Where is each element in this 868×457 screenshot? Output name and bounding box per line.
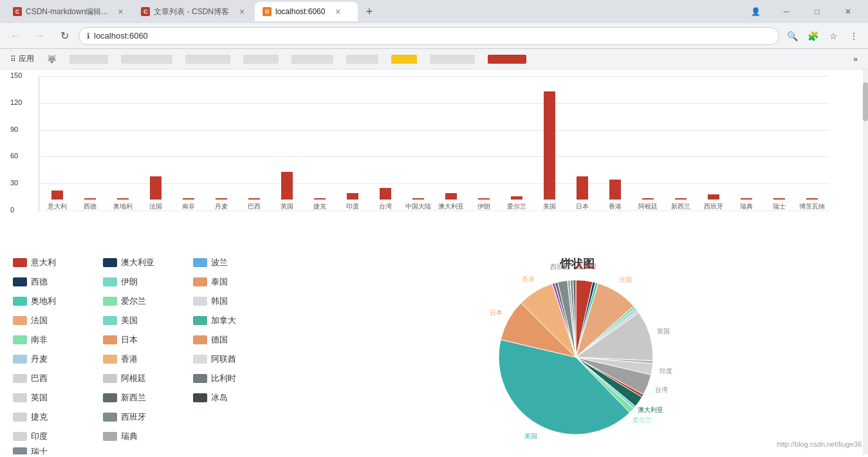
bar-英国 <box>281 172 293 200</box>
legend-label: 巴西 <box>31 373 48 384</box>
tab-close-localhost[interactable]: × <box>333 6 343 17</box>
legend-item: 南非 <box>13 330 103 350</box>
scrollbar[interactable] <box>863 70 868 454</box>
legend-color-box <box>13 413 27 422</box>
bar-label-博茨瓦纳: 博茨瓦纳 <box>799 202 825 211</box>
profile-button[interactable]: 👤 <box>741 1 770 22</box>
bar-group: 英国 <box>270 76 303 211</box>
legend-label: 法国 <box>31 315 48 326</box>
tab-localhost[interactable]: ⊙ localhost:6060 × <box>255 2 358 21</box>
bar-爱尔兰 <box>511 196 522 200</box>
bar-澳大利亚 <box>445 193 457 200</box>
legend-color-box <box>13 277 27 286</box>
extensions-icon[interactable]: 🧩 <box>804 27 822 45</box>
bookmark-8[interactable] <box>425 52 480 66</box>
legend-item: 法国 <box>13 311 103 330</box>
legend-label: 泰国 <box>211 276 228 288</box>
bookmark-4[interactable] <box>238 52 284 66</box>
bar-group: 捷克 <box>303 76 336 211</box>
bookmarks-more[interactable]: » <box>848 52 863 66</box>
bookmark-wolf[interactable]: 🐺 <box>42 52 62 66</box>
legend-label: 德国 <box>211 334 228 346</box>
bar-group: 美国 <box>533 76 566 211</box>
legend-color-box <box>193 277 207 286</box>
legend-color-box <box>103 374 117 383</box>
legend-item: 意大利 <box>13 253 103 272</box>
bookmark-5[interactable] <box>286 52 338 66</box>
legend-item: 丹麦 <box>13 350 103 369</box>
legend-color-box <box>13 258 27 267</box>
bar-label-英国: 英国 <box>281 202 293 211</box>
bar-label-瑞典: 瑞典 <box>740 202 753 211</box>
search-icon[interactable]: 🔍 <box>783 27 801 45</box>
bookmark-2[interactable] <box>116 52 178 66</box>
bar-group: 南非 <box>172 76 205 211</box>
bookmark-7[interactable] <box>386 52 422 66</box>
menu-icon[interactable]: ⋮ <box>845 27 863 45</box>
bar-label-印度: 印度 <box>346 202 359 211</box>
bar-label-中国大陆: 中国大陆 <box>405 202 431 211</box>
pie-label-日本: 日本 <box>489 308 502 315</box>
bar-捷克 <box>314 198 326 200</box>
maximize-button[interactable]: □ <box>802 1 832 22</box>
bar-label-台湾: 台湾 <box>379 202 392 211</box>
bar-瑞士 <box>773 198 785 200</box>
tab-label-csdn-articles: 文章列表 - CSDN博客 <box>154 6 229 17</box>
legend-label: 南非 <box>31 334 48 346</box>
bar-group: 新西兰 <box>664 76 697 211</box>
pie-section: 饼状图 意大利法国英国印度台湾澳大利亚爱尔兰美国日本香港西班牙 <box>296 253 862 454</box>
bar-意大利 <box>51 191 63 200</box>
legend-item: 美国 <box>103 311 193 330</box>
legend-label: 波兰 <box>211 257 228 268</box>
back-button[interactable]: ← <box>5 26 26 46</box>
legend-item: 阿根廷 <box>103 369 193 388</box>
legend-item: 新西兰 <box>103 388 193 407</box>
refresh-button[interactable]: ↻ <box>54 26 75 46</box>
address-bar[interactable]: ℹ localhost:6060 <box>78 27 779 45</box>
bar-group: 意大利 <box>41 76 73 211</box>
bar-label-日本: 日本 <box>576 202 589 211</box>
bar-group: 爱尔兰 <box>500 76 533 211</box>
legend-label: 意大利 <box>31 257 56 268</box>
legend-item: 伊朗 <box>103 272 193 292</box>
new-tab-button[interactable]: + <box>360 3 378 21</box>
tab-icon-local: ⊙ <box>263 7 272 16</box>
bar-label-美国: 美国 <box>543 202 556 211</box>
tab-close-csdn-markdown[interactable]: × <box>115 6 125 17</box>
pie-label-台湾: 台湾 <box>654 386 667 393</box>
scrollbar-thumb[interactable] <box>863 82 868 121</box>
gridline-label-0: 0 <box>10 206 14 214</box>
minimize-button[interactable]: ─ <box>771 1 801 22</box>
legend-label: 香港 <box>121 353 138 365</box>
legend-area: 意大利澳大利亚波兰西德伊朗泰国奥地利爱尔兰韩国法国美国加拿大南非日本德国丹麦香港… <box>13 253 296 454</box>
bar-group: 台湾 <box>369 76 402 211</box>
tab-csdn-articles[interactable]: C 文章列表 - CSDN博客 × <box>133 2 255 21</box>
legend-color-box <box>103 432 117 441</box>
pie-svg: 意大利法国英国印度台湾澳大利亚爱尔兰美国日本香港西班牙 <box>463 261 695 441</box>
legend-item: 爱尔兰 <box>103 292 193 311</box>
legend-color-box <box>13 374 27 383</box>
tab-csdn-markdown[interactable]: C CSDN-markdown编辑... × <box>5 2 133 21</box>
tab-label-localhost: localhost:6060 <box>275 7 325 16</box>
bookmark-1[interactable] <box>64 52 113 66</box>
legend-color-box <box>193 297 207 306</box>
tab-close-csdn-articles[interactable]: × <box>237 6 247 17</box>
gridline-label-120: 120 <box>10 98 22 106</box>
bar-西德 <box>84 198 96 200</box>
bookmark-6[interactable] <box>341 52 383 66</box>
legend-color-box <box>103 258 117 267</box>
legend-label: 阿根廷 <box>121 373 146 384</box>
bookmark-apps-label: 应用 <box>19 53 34 64</box>
bookmark-9[interactable] <box>483 52 531 66</box>
legend-item: 西班牙 <box>103 407 193 427</box>
star-icon[interactable]: ☆ <box>824 27 842 45</box>
browser-window: C CSDN-markdown编辑... × C 文章列表 - CSDN博客 ×… <box>0 0 868 70</box>
pie-label-意大利: 意大利 <box>575 262 595 269</box>
bookmark-3[interactable] <box>180 52 235 66</box>
bar-group: 中国大陆 <box>402 76 434 211</box>
forward-button[interactable]: → <box>30 26 50 46</box>
close-button[interactable]: ✕ <box>833 1 863 22</box>
legend-item: 瑞典 <box>103 427 193 446</box>
legend-item: 澳大利亚 <box>103 253 193 272</box>
bookmark-apps[interactable]: ⠿ 应用 <box>5 51 39 67</box>
